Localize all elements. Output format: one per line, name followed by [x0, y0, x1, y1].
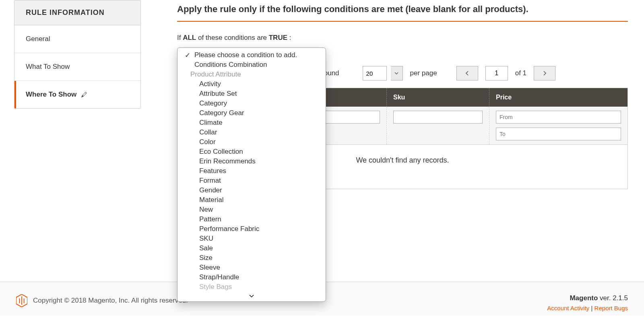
filter-input-price-to[interactable] — [496, 128, 621, 140]
dropdown-item[interactable]: Category Gear — [178, 108, 326, 118]
filter-input-sku[interactable] — [393, 111, 483, 124]
sidebar-header: RULE INFORMATION — [14, 0, 140, 25]
dropdown-item[interactable]: SKU — [178, 234, 326, 243]
sidebar-item-general[interactable]: General — [14, 25, 140, 53]
dropdown-item[interactable]: Climate — [178, 118, 326, 128]
footer-ver-label: ver. — [598, 294, 613, 302]
pager-prev-button[interactable] — [456, 66, 478, 80]
dropdown-item[interactable]: New — [178, 205, 326, 214]
condition-root-line: If ALL of these conditions are TRUE : — [177, 34, 628, 42]
dropdown-item[interactable]: Attribute Set — [178, 89, 326, 99]
sidebar-item-label: Where To Show — [26, 91, 76, 99]
dropdown-item[interactable]: Features — [178, 166, 326, 176]
dropdown-item-placeholder[interactable]: Please choose a condition to add. — [178, 50, 326, 60]
footer-link-sep: | — [589, 305, 594, 311]
dropdown-item[interactable]: Eco Collection — [178, 147, 326, 157]
condition-add-dropdown[interactable]: Please choose a condition to add.Conditi… — [177, 47, 326, 302]
dropdown-item[interactable]: Sleeve — [178, 263, 326, 272]
dropdown-item[interactable]: Category — [178, 99, 326, 108]
dropdown-item[interactable]: Conditions Combination — [178, 60, 326, 70]
chevron-left-icon — [465, 71, 469, 76]
cond-prefix: If — [177, 34, 183, 41]
dropdown-item[interactable]: Color — [178, 137, 326, 147]
dropdown-item[interactable]: Format — [178, 176, 326, 186]
caret-down-icon — [394, 72, 398, 74]
cond-suffix: : — [287, 34, 291, 41]
footer-brand: Magento — [570, 294, 598, 302]
sidebar-item-where-to-show[interactable]: Where To Show — [14, 81, 140, 108]
dropdown-item: Product Attribute — [178, 70, 326, 79]
per-page-label: per page — [410, 69, 437, 77]
dropdown-item[interactable]: Collar — [178, 128, 326, 137]
footer-version: 2.1.5 — [613, 294, 628, 302]
dropdown-item[interactable]: Pattern — [178, 214, 326, 224]
dropdown-scroll-down-icon[interactable] — [178, 292, 326, 301]
cond-mid: of these conditions are — [196, 34, 269, 41]
dropdown-item[interactable]: Erin Recommends — [178, 157, 326, 166]
dropdown-item[interactable]: Material — [178, 195, 326, 205]
chevron-right-icon — [543, 71, 547, 76]
pager-page-input[interactable] — [485, 66, 508, 80]
sidebar-item-label: General — [26, 35, 50, 43]
copyright-text: Copyright © 2018 Magento, Inc. All right… — [33, 297, 188, 305]
dropdown-item[interactable]: Strap/Handle — [178, 272, 326, 282]
pager-of-label: of 1 — [515, 69, 526, 77]
pager-next-button[interactable] — [534, 66, 555, 80]
dropdown-item[interactable]: Performance Fabric — [178, 224, 326, 234]
col-header-sku[interactable]: Sku — [387, 88, 489, 107]
dropdown-item[interactable]: Activity — [178, 79, 326, 89]
dropdown-item[interactable]: Sale — [178, 243, 326, 253]
per-page-select[interactable] — [363, 66, 387, 80]
sidebar-item-what-to-show[interactable]: What To Show — [14, 53, 140, 81]
cond-aggregator[interactable]: ALL — [183, 34, 196, 41]
sidebar-item-label: What To Show — [26, 63, 70, 70]
filter-input-price-from[interactable] — [496, 111, 621, 124]
footer-link-account-activity[interactable]: Account Activity — [547, 305, 589, 311]
dropdown-item[interactable]: Gender — [178, 186, 326, 195]
dropdown-item[interactable]: Style Bags — [178, 282, 326, 292]
footer-link-report-bugs[interactable]: Report Bugs — [594, 305, 628, 311]
section-title: Apply the rule only if the following con… — [177, 4, 628, 22]
per-page-toggle[interactable] — [391, 66, 403, 80]
col-header-price[interactable]: Price — [489, 88, 628, 107]
pencil-icon — [81, 92, 87, 97]
magento-logo-icon — [16, 294, 27, 307]
cond-value[interactable]: TRUE — [269, 34, 287, 41]
dropdown-item[interactable]: Size — [178, 253, 326, 263]
